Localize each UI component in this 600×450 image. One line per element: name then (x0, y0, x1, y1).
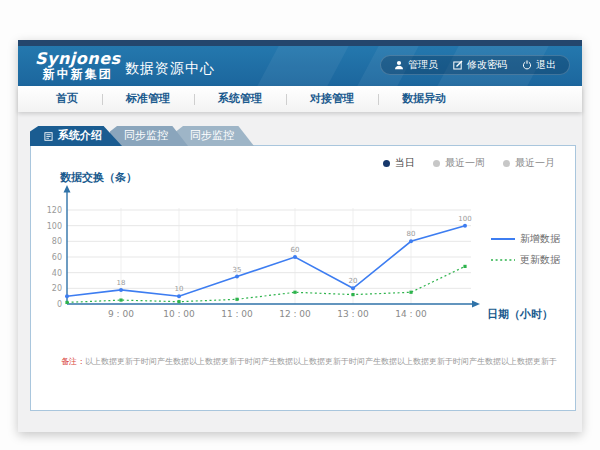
footnote-prefix: 备注： (61, 357, 85, 366)
svg-text:80: 80 (52, 237, 62, 246)
radio-icon (503, 160, 510, 167)
data-exchange-line-chart: 0204060801001209 : 0010 : 0011 : 0012 : … (43, 182, 573, 324)
nav-item-data-change[interactable]: 数据异动 (378, 86, 470, 112)
main-nav: 首页 标准管理 系统管理 对接管理 数据异动 (18, 86, 582, 112)
range-option-label: 当日 (395, 156, 415, 170)
change-password-button[interactable]: 修改密码 (453, 58, 507, 72)
svg-text:10 : 00: 10 : 00 (163, 309, 195, 319)
nav-item-home[interactable]: 首页 (32, 86, 102, 112)
content-area: 系统介绍 同步监控 同步监控 当日 最近一周 (18, 112, 582, 432)
svg-text:9 : 00: 9 : 00 (108, 309, 134, 319)
app-window: Synjones 新中新集团 数据资源中心 管理员 修改密码 (18, 40, 582, 432)
svg-text:10: 10 (175, 285, 184, 293)
svg-text:100: 100 (458, 215, 471, 223)
logo-text: Synjones (35, 50, 121, 68)
svg-text:日期（小时）: 日期（小时） (487, 308, 553, 321)
current-user-label: 管理员 (408, 58, 438, 72)
svg-text:120: 120 (47, 206, 62, 215)
logout-label: 退出 (536, 58, 556, 72)
svg-text:12 : 00: 12 : 00 (279, 309, 311, 319)
nav-list: 首页 标准管理 系统管理 对接管理 数据异动 (18, 86, 470, 112)
svg-text:35: 35 (233, 266, 242, 274)
radio-icon (383, 160, 390, 167)
logo-subtext: 新中新集团 (35, 68, 121, 81)
tab-label: 同步监控 (124, 126, 168, 146)
company-logo: Synjones 新中新集团 (35, 50, 121, 81)
time-range-filter: 当日 最近一周 最近一月 (383, 156, 555, 170)
footnote: 备注：以上数据更新于时间产生数据以上数据更新于时间产生数据以上数据更新于时间产生… (61, 356, 557, 367)
header-streak (251, 46, 355, 86)
svg-text:13 : 00: 13 : 00 (337, 309, 369, 319)
user-icon (394, 60, 404, 70)
range-option-last-month[interactable]: 最近一月 (503, 156, 555, 170)
svg-text:60: 60 (291, 246, 300, 254)
document-icon (44, 132, 53, 141)
svg-text:60: 60 (52, 253, 62, 262)
radio-icon (433, 160, 440, 167)
tab-sync-monitor-2[interactable]: 同步监控 (176, 126, 254, 146)
logout-button[interactable]: 退出 (522, 58, 556, 72)
nav-item-interface-mgmt[interactable]: 对接管理 (286, 86, 378, 112)
tab-sync-monitor-1[interactable]: 同步监控 (110, 126, 188, 146)
svg-text:80: 80 (407, 230, 416, 238)
svg-text:11 : 00: 11 : 00 (221, 309, 253, 319)
app-title: 数据资源中心 (125, 60, 215, 78)
content-panel: 当日 最近一周 最近一月 数据交换（条） 0204060801001209 : … (30, 145, 576, 411)
current-user-button[interactable]: 管理员 (394, 58, 438, 72)
header: Synjones 新中新集团 数据资源中心 管理员 修改密码 (18, 46, 582, 86)
chart-container: 0204060801001209 : 0010 : 0011 : 0012 : … (43, 182, 573, 328)
range-option-label: 最近一月 (515, 156, 555, 170)
svg-text:20: 20 (349, 277, 358, 285)
edit-icon (453, 60, 463, 70)
logout-icon (522, 60, 532, 70)
svg-text:新增数据: 新增数据 (520, 233, 561, 244)
tab-label: 系统介绍 (58, 126, 102, 146)
tab-system-intro[interactable]: 系统介绍 (30, 126, 122, 146)
nav-item-standard-mgmt[interactable]: 标准管理 (102, 86, 194, 112)
range-option-last-week[interactable]: 最近一周 (433, 156, 485, 170)
nav-item-system-mgmt[interactable]: 系统管理 (194, 86, 286, 112)
range-option-label: 最近一周 (445, 156, 485, 170)
tab-label: 同步监控 (190, 126, 234, 146)
svg-text:40: 40 (52, 269, 62, 278)
svg-text:100: 100 (47, 222, 62, 231)
range-option-today[interactable]: 当日 (383, 156, 415, 170)
svg-text:18: 18 (117, 279, 126, 287)
footnote-text: 以上数据更新于时间产生数据以上数据更新于时间产生数据以上数据更新于时间产生数据以… (85, 357, 557, 366)
svg-text:0: 0 (57, 300, 62, 309)
svg-text:更新数据: 更新数据 (520, 254, 561, 265)
tab-bar: 系统介绍 同步监控 同步监控 (30, 126, 242, 146)
user-toolbar: 管理员 修改密码 退出 (380, 55, 570, 75)
svg-text:14 : 00: 14 : 00 (395, 309, 427, 319)
change-password-label: 修改密码 (467, 58, 507, 72)
svg-text:20: 20 (52, 284, 62, 293)
